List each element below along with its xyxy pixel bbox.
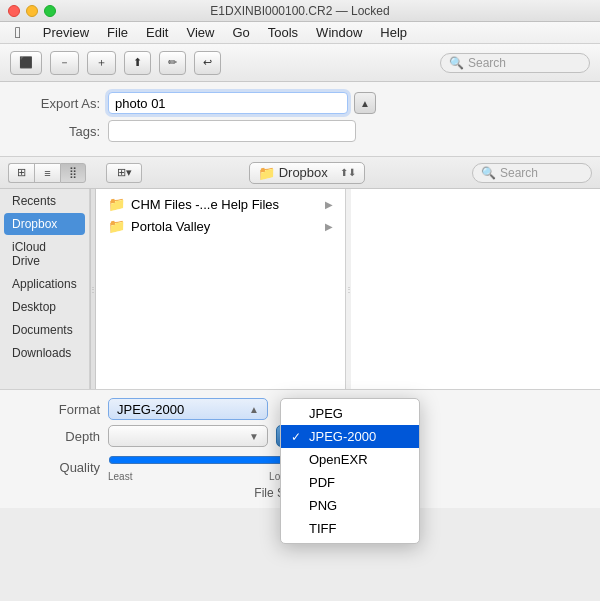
view-mode-group: ⊞ ≡ ⣿ <box>8 163 86 183</box>
zoom-in-button[interactable]: ＋ <box>87 51 116 75</box>
share-button[interactable]: ⬆ <box>124 51 151 75</box>
file-chevron-chm: ▶ <box>325 199 333 210</box>
sidebar-item-desktop[interactable]: Desktop <box>4 296 85 318</box>
markup-icon: ✏ <box>168 56 177 69</box>
menu-tools[interactable]: Tools <box>261 23 305 42</box>
toolbar: ⬛ － ＋ ⬆ ✏ ↩ 🔍 Search <box>0 44 600 82</box>
toolbar-search[interactable]: 🔍 Search <box>440 53 590 73</box>
export-as-label: Export As: <box>20 96 100 111</box>
menu-bar:  Preview File Edit View Go Tools Window… <box>0 22 600 44</box>
toolbar-search-placeholder: Search <box>468 56 506 70</box>
tags-row: Tags: <box>20 120 580 142</box>
minimize-button[interactable] <box>26 5 38 17</box>
sidebar-item-icloud[interactable]: iCloud Drive <box>4 236 85 272</box>
format-dropdown-arrow: ▲ <box>249 404 259 415</box>
format-option-png[interactable]: PNG <box>281 494 419 517</box>
rotate-button[interactable]: ↩ <box>194 51 221 75</box>
quality-slider[interactable] <box>108 452 308 468</box>
traffic-lights <box>8 5 56 17</box>
depth-dropdown[interactable]: ▼ <box>108 425 268 447</box>
format-option-tiff[interactable]: TIFF <box>281 517 419 540</box>
menu-go[interactable]: Go <box>225 23 256 42</box>
sidebar: Recents Dropbox iCloud Drive Application… <box>0 189 90 389</box>
view-mode-list-button[interactable]: ≡ <box>34 163 60 183</box>
sidebar-item-downloads[interactable]: Downloads <box>4 342 85 364</box>
format-value: JPEG-2000 <box>117 402 184 417</box>
browser-toolbar: ⊞ ≡ ⣿ ⊞▾ 📁 Dropbox ⬆⬇ 🔍 Search <box>0 157 600 189</box>
expand-button[interactable]: ▲ <box>354 92 376 114</box>
arrange-button[interactable]: ⊞▾ <box>106 163 142 183</box>
menu-file[interactable]: File <box>100 23 135 42</box>
apple-menu[interactable]:  <box>8 22 28 44</box>
sidebar-item-documents[interactable]: Documents <box>4 319 85 341</box>
file-item-chm[interactable]: 📁 CHM Files -...e Help Files ▶ <box>96 193 345 215</box>
file-item-portola[interactable]: 📁 Portola Valley ▶ <box>96 215 345 237</box>
zoom-out-icon: － <box>59 55 70 70</box>
toolbar-search-icon: 🔍 <box>449 56 464 70</box>
location-dropdown-arrows: ⬆⬇ <box>340 167 356 178</box>
view-mode-columns-button[interactable]: ⣿ <box>60 163 86 183</box>
checkmark-icon: ✓ <box>291 430 301 444</box>
browser-search[interactable]: 🔍 Search <box>472 163 592 183</box>
format-option-pdf[interactable]: PDF <box>281 471 419 494</box>
quality-slider-container: Least Lossless <box>108 452 308 482</box>
folder-icon-portola: 📁 <box>108 218 125 234</box>
format-option-jpeg2000[interactable]: ✓ JPEG-2000 <box>281 425 419 448</box>
menu-help[interactable]: Help <box>373 23 414 42</box>
quality-labels: Least Lossless <box>108 471 308 482</box>
tags-label: Tags: <box>20 124 100 139</box>
quality-least-label: Least <box>108 471 132 482</box>
menu-view[interactable]: View <box>179 23 221 42</box>
folder-icon-chm: 📁 <box>108 196 125 212</box>
format-area: Format JPEG-2000 ▲ Depth ▼ Save Quality … <box>0 389 600 508</box>
depth-dropdown-arrow: ▼ <box>249 431 259 442</box>
title-bar: E1DXINBI000100.CR2 — Locked <box>0 0 600 22</box>
window-title: E1DXINBI000100.CR2 — Locked <box>210 4 389 18</box>
file-list: 📁 CHM Files -...e Help Files ▶ 📁 Portola… <box>96 189 345 389</box>
format-label: Format <box>20 402 100 417</box>
format-dropdown-menu: JPEG ✓ JPEG-2000 OpenEXR PDF PNG TIFF <box>280 398 420 544</box>
tags-input[interactable] <box>108 120 356 142</box>
menu-window[interactable]: Window <box>309 23 369 42</box>
sidebar-item-applications[interactable]: Applications <box>4 273 85 295</box>
view-mode-icons-button[interactable]: ⊞ <box>8 163 34 183</box>
location-folder-icon: 📁 <box>258 165 275 181</box>
rotate-icon: ↩ <box>203 56 212 69</box>
zoom-in-icon: ＋ <box>96 55 107 70</box>
format-dropdown-button[interactable]: JPEG-2000 ▲ <box>108 398 268 420</box>
zoom-out-button[interactable]: － <box>50 51 79 75</box>
location-dropdown[interactable]: 📁 Dropbox ⬆⬇ <box>249 162 366 184</box>
browser-search-placeholder: Search <box>500 166 538 180</box>
format-option-openexr[interactable]: OpenEXR <box>281 448 419 471</box>
export-filename-input[interactable] <box>108 92 348 114</box>
sidebar-item-recents[interactable]: Recents <box>4 190 85 212</box>
share-icon: ⬆ <box>133 56 142 69</box>
location-label: Dropbox <box>279 165 328 180</box>
depth-label: Depth <box>20 429 100 444</box>
sidebar-toggle-icon: ⬛ <box>19 56 33 69</box>
quality-label: Quality <box>20 460 100 475</box>
format-option-jpeg[interactable]: JPEG <box>281 402 419 425</box>
file-name-portola: Portola Valley <box>131 219 210 234</box>
file-chevron-portola: ▶ <box>325 221 333 232</box>
close-button[interactable] <box>8 5 20 17</box>
maximize-button[interactable] <box>44 5 56 17</box>
sidebar-item-dropbox[interactable]: Dropbox <box>4 213 85 235</box>
menu-edit[interactable]: Edit <box>139 23 175 42</box>
sidebar-toggle-button[interactable]: ⬛ <box>10 51 42 75</box>
save-header: Export As: ▲ Tags: <box>0 82 600 157</box>
right-panel <box>351 189 600 389</box>
menu-preview[interactable]: Preview <box>36 23 96 42</box>
export-as-row: Export As: ▲ <box>20 92 580 114</box>
markup-button[interactable]: ✏ <box>159 51 186 75</box>
browser-content: Recents Dropbox iCloud Drive Application… <box>0 189 600 389</box>
browser-search-icon: 🔍 <box>481 166 496 180</box>
file-name-chm: CHM Files -...e Help Files <box>131 197 279 212</box>
